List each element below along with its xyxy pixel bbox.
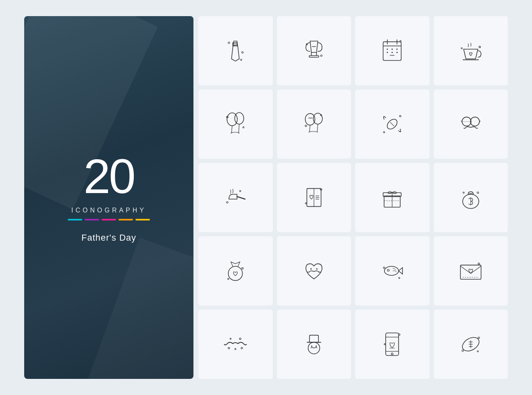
- icon-cell-money-bag[interactable]: [434, 163, 508, 232]
- svg-line-32: [310, 125, 310, 132]
- svg-point-65: [310, 268, 312, 270]
- svg-point-97: [462, 350, 463, 351]
- icon-cell-balloons-mustache[interactable]: [277, 89, 351, 159]
- icon-cell-coffee[interactable]: [434, 16, 508, 85]
- icon-cell-bowtie[interactable]: [355, 236, 430, 306]
- color-bar-4: [118, 219, 133, 220]
- svg-point-41: [470, 117, 479, 126]
- svg-line-27: [239, 124, 239, 133]
- svg-line-45: [237, 197, 245, 199]
- svg-point-69: [383, 267, 385, 268]
- icon-count: 20: [68, 152, 150, 200]
- svg-point-29: [243, 127, 244, 128]
- svg-point-75: [235, 348, 236, 349]
- color-bar-2: [85, 219, 99, 220]
- svg-point-20: [400, 40, 401, 42]
- icon-grid: [198, 16, 508, 379]
- svg-rect-79: [310, 335, 318, 343]
- svg-point-46: [240, 190, 241, 191]
- svg-point-88: [399, 334, 400, 335]
- svg-point-62: [229, 266, 243, 281]
- icon-cell-hat[interactable]: [277, 310, 351, 379]
- svg-point-64: [228, 278, 229, 279]
- svg-line-26: [232, 126, 233, 133]
- svg-point-15: [392, 48, 393, 50]
- svg-point-18: [392, 52, 393, 53]
- svg-point-19: [397, 52, 398, 53]
- svg-point-61: [463, 192, 464, 193]
- svg-point-47: [227, 202, 228, 203]
- svg-point-4: [241, 59, 242, 60]
- svg-point-54: [305, 203, 306, 204]
- icon-cell-tie[interactable]: [198, 16, 273, 85]
- svg-point-9: [320, 55, 322, 56]
- icon-cell-glasses-mustache[interactable]: [434, 89, 508, 159]
- icon-cell-greeting-card[interactable]: [277, 163, 351, 232]
- color-bar-3: [102, 219, 116, 220]
- color-bars: [68, 219, 150, 220]
- svg-point-23: [479, 46, 480, 48]
- svg-rect-84: [386, 333, 399, 356]
- color-bar-5: [135, 219, 150, 220]
- svg-rect-7: [309, 56, 319, 57]
- svg-point-73: [478, 263, 480, 264]
- svg-point-74: [228, 347, 230, 349]
- svg-point-67: [384, 266, 399, 275]
- svg-line-37: [390, 122, 394, 126]
- svg-point-66: [316, 268, 317, 270]
- svg-point-39: [384, 131, 385, 133]
- icon-cell-gift-box[interactable]: [355, 163, 430, 232]
- main-container: 20 ICONOGRAPHY Father's Day: [24, 16, 508, 379]
- icon-cell-balloons[interactable]: [198, 89, 273, 159]
- icon-cell-candy[interactable]: [355, 89, 430, 159]
- svg-point-70: [399, 277, 400, 279]
- svg-point-68: [387, 269, 389, 271]
- collection-title: Father's Day: [68, 233, 150, 243]
- svg-point-35: [305, 125, 307, 127]
- svg-point-14: [387, 48, 388, 50]
- icon-cell-pipe[interactable]: [198, 163, 273, 232]
- svg-point-25: [235, 112, 244, 124]
- icon-cell-football[interactable]: [434, 310, 508, 379]
- icon-cell-mustache-small[interactable]: [198, 310, 273, 379]
- svg-point-16: [397, 48, 398, 50]
- icon-cell-medal[interactable]: [198, 236, 273, 306]
- left-panel: 20 ICONOGRAPHY Father's Day: [24, 16, 193, 379]
- color-bar-1: [68, 219, 82, 220]
- svg-point-96: [477, 351, 478, 352]
- svg-point-83: [316, 345, 317, 347]
- svg-point-3: [242, 52, 243, 53]
- iconography-label: ICONOGRAPHY: [68, 207, 150, 214]
- svg-point-17: [387, 52, 388, 53]
- icon-cell-trophy[interactable]: [277, 16, 351, 85]
- svg-point-76: [241, 347, 243, 349]
- icon-cell-heart-mustache[interactable]: [277, 236, 351, 306]
- svg-point-78: [239, 338, 241, 339]
- svg-point-82: [311, 345, 312, 347]
- icon-cell-envelope[interactable]: [434, 236, 508, 306]
- svg-point-95: [478, 337, 480, 339]
- svg-point-77: [230, 338, 231, 339]
- left-content: 20 ICONOGRAPHY Father's Day: [68, 152, 150, 243]
- svg-point-60: [477, 192, 478, 193]
- svg-point-2: [228, 42, 230, 44]
- svg-point-63: [242, 268, 243, 269]
- svg-rect-71: [460, 265, 481, 279]
- svg-point-22: [461, 48, 462, 49]
- svg-point-87: [391, 353, 393, 355]
- svg-line-33: [317, 124, 318, 132]
- svg-point-38: [399, 115, 401, 117]
- icon-cell-calendar[interactable]: [355, 16, 430, 85]
- svg-rect-10: [383, 42, 401, 60]
- svg-point-89: [384, 343, 385, 345]
- icon-cell-phone[interactable]: [355, 310, 430, 379]
